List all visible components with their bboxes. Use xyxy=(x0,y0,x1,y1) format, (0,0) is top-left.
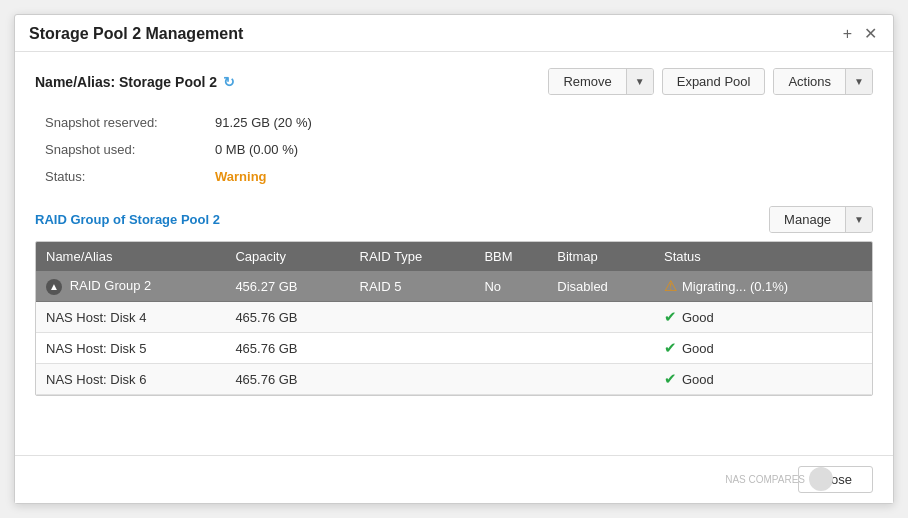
expand-pool-button[interactable]: Expand Pool xyxy=(662,68,766,95)
disk3-status: ✔ Good xyxy=(654,364,872,395)
dialog-body: Name/Alias: Storage Pool 2 ↻ Remove ▼ Ex… xyxy=(15,52,893,412)
section-title: RAID Group of Storage Pool 2 xyxy=(35,212,220,227)
table-row: NAS Host: Disk 4 465.76 GB ✔ Good xyxy=(36,302,872,333)
manage-dropdown-arrow[interactable]: ▼ xyxy=(845,207,872,232)
actions-button[interactable]: Actions xyxy=(774,69,845,94)
remove-dropdown-arrow[interactable]: ▼ xyxy=(626,69,653,94)
maximize-button[interactable]: + xyxy=(841,26,854,42)
col-status: Status xyxy=(654,242,872,271)
group-bitmap: Disabled xyxy=(547,271,654,302)
table-header-row: Name/Alias Capacity RAID Type BBM Bitmap… xyxy=(36,242,872,271)
watermark: NAS COMPARES xyxy=(725,467,833,491)
snapshot-used-key: Snapshot used: xyxy=(35,142,215,157)
manage-split-button[interactable]: Manage ▼ xyxy=(769,206,873,233)
disk2-status: ✔ Good xyxy=(654,333,872,364)
table-row: NAS Host: Disk 5 465.76 GB ✔ Good xyxy=(36,333,872,364)
snapshot-used-row: Snapshot used: 0 MB (0.00 %) xyxy=(35,136,873,163)
disk2-name: NAS Host: Disk 5 xyxy=(36,333,225,364)
remove-split-button[interactable]: Remove ▼ xyxy=(548,68,653,95)
status-val: Warning xyxy=(215,169,267,184)
dialog-title: Storage Pool 2 Management xyxy=(29,25,243,43)
disk3-raid xyxy=(350,364,475,395)
group-row[interactable]: ▲ RAID Group 2 456.27 GB RAID 5 No Disab… xyxy=(36,271,872,302)
watermark-logo xyxy=(809,467,833,491)
section-header: RAID Group of Storage Pool 2 Manage ▼ xyxy=(35,206,873,233)
actions-split-button[interactable]: Actions ▼ xyxy=(773,68,873,95)
snapshot-reserved-row: Snapshot reserved: 91.25 GB (20 %) xyxy=(35,109,873,136)
refresh-icon[interactable]: ↻ xyxy=(223,74,235,90)
action-buttons: Remove ▼ Expand Pool Actions ▼ xyxy=(548,68,873,95)
raid-table: Name/Alias Capacity RAID Type BBM Bitmap… xyxy=(36,242,872,395)
group-name: ▲ RAID Group 2 xyxy=(36,271,225,302)
watermark-text: NAS COMPARES xyxy=(725,474,805,485)
toggle-icon[interactable]: ▲ xyxy=(46,279,62,295)
col-capacity: Capacity xyxy=(225,242,349,271)
group-name-text: RAID Group 2 xyxy=(70,278,152,293)
snapshot-reserved-val: 91.25 GB (20 %) xyxy=(215,115,312,130)
actions-dropdown-arrow[interactable]: ▼ xyxy=(845,69,872,94)
info-table: Snapshot reserved: 91.25 GB (20 %) Snaps… xyxy=(35,109,873,190)
good-icon: ✔ xyxy=(664,308,677,326)
titlebar-controls: + ✕ xyxy=(841,26,879,42)
disk1-capacity: 465.76 GB xyxy=(225,302,349,333)
dialog-footer: NAS COMPARES Close xyxy=(15,455,893,503)
disk2-bbm xyxy=(474,333,547,364)
disk3-name: NAS Host: Disk 6 xyxy=(36,364,225,395)
col-bbm: BBM xyxy=(474,242,547,271)
good-icon: ✔ xyxy=(664,370,677,388)
manage-button[interactable]: Manage xyxy=(770,207,845,232)
col-bitmap: Bitmap xyxy=(547,242,654,271)
name-row: Name/Alias: Storage Pool 2 ↻ Remove ▼ Ex… xyxy=(35,68,873,95)
status-row: Status: Warning xyxy=(35,163,873,190)
disk1-status-text: Good xyxy=(682,310,714,325)
col-name: Name/Alias xyxy=(36,242,225,271)
group-capacity: 456.27 GB xyxy=(225,271,349,302)
disk2-status-text: Good xyxy=(682,341,714,356)
dialog-titlebar: Storage Pool 2 Management + ✕ xyxy=(15,15,893,52)
disk3-status-text: Good xyxy=(682,372,714,387)
group-bbm: No xyxy=(474,271,547,302)
storage-pool-dialog: Storage Pool 2 Management + ✕ Name/Alias… xyxy=(14,14,894,504)
good-icon: ✔ xyxy=(664,339,677,357)
disk1-bbm xyxy=(474,302,547,333)
status-key: Status: xyxy=(35,169,215,184)
group-status: ⚠ Migrating... (0.1%) xyxy=(654,271,872,302)
snapshot-used-val: 0 MB (0.00 %) xyxy=(215,142,298,157)
disk1-name: NAS Host: Disk 4 xyxy=(36,302,225,333)
raid-table-container: Name/Alias Capacity RAID Type BBM Bitmap… xyxy=(35,241,873,396)
disk2-raid xyxy=(350,333,475,364)
disk2-bitmap xyxy=(547,333,654,364)
col-raid-type: RAID Type xyxy=(350,242,475,271)
name-label: Name/Alias: Storage Pool 2 ↻ xyxy=(35,74,235,90)
remove-button[interactable]: Remove xyxy=(549,69,625,94)
name-label-text: Name/Alias: Storage Pool 2 xyxy=(35,74,217,90)
warning-icon: ⚠ xyxy=(664,277,677,295)
group-status-text: Migrating... (0.1%) xyxy=(682,279,788,294)
close-x-button[interactable]: ✕ xyxy=(862,26,879,42)
snapshot-reserved-key: Snapshot reserved: xyxy=(35,115,215,130)
disk1-status: ✔ Good xyxy=(654,302,872,333)
disk1-raid xyxy=(350,302,475,333)
group-raid-type: RAID 5 xyxy=(350,271,475,302)
table-row: NAS Host: Disk 6 465.76 GB ✔ Good xyxy=(36,364,872,395)
disk2-capacity: 465.76 GB xyxy=(225,333,349,364)
disk3-bbm xyxy=(474,364,547,395)
disk3-capacity: 465.76 GB xyxy=(225,364,349,395)
disk1-bitmap xyxy=(547,302,654,333)
disk3-bitmap xyxy=(547,364,654,395)
